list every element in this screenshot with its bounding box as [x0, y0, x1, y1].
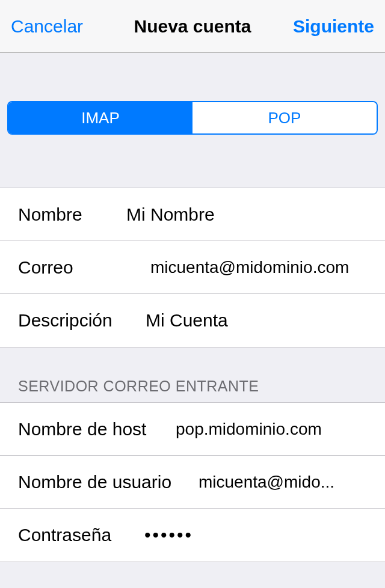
email-row[interactable]: Correo micuenta@midominio.com	[0, 241, 385, 294]
name-label: Nombre	[18, 204, 126, 225]
account-info-group: Nombre Mi Nombre Correo micuenta@midomin…	[0, 188, 385, 348]
username-row[interactable]: Nombre de usuario micuenta@mido...	[0, 456, 385, 509]
segment-imap[interactable]: IMAP	[8, 102, 192, 133]
name-field[interactable]: Mi Nombre	[126, 204, 367, 225]
cancel-button[interactable]: Cancelar	[11, 16, 83, 37]
name-row[interactable]: Nombre Mi Nombre	[0, 188, 385, 241]
username-label: Nombre de usuario	[18, 472, 199, 492]
password-row[interactable]: Contraseña ••••••	[0, 509, 385, 562]
spacer	[0, 53, 385, 101]
username-field[interactable]: micuenta@mido...	[199, 473, 367, 492]
host-field[interactable]: pop.midominio.com	[176, 420, 367, 439]
password-label: Contraseña	[18, 525, 144, 545]
host-row[interactable]: Nombre de host pop.midominio.com	[0, 403, 385, 456]
spacer	[0, 135, 385, 188]
email-field[interactable]: micuenta@midominio.com	[150, 258, 367, 277]
protocol-segmented-control: IMAP POP	[7, 101, 378, 135]
next-button[interactable]: Siguiente	[293, 16, 374, 37]
description-row[interactable]: Descripción Mi Cuenta	[0, 294, 385, 347]
page-title: Nueva cuenta	[134, 16, 251, 37]
incoming-server-header: SERVIDOR CORREO ENTRANTE	[0, 348, 385, 402]
description-label: Descripción	[18, 310, 146, 331]
password-field[interactable]: ••••••	[144, 525, 367, 545]
host-label: Nombre de host	[18, 419, 176, 439]
segment-pop[interactable]: POP	[192, 102, 377, 133]
navbar: Cancelar Nueva cuenta Siguiente	[0, 0, 385, 53]
incoming-server-group: Nombre de host pop.midominio.com Nombre …	[0, 402, 385, 562]
description-field[interactable]: Mi Cuenta	[146, 310, 367, 331]
email-label: Correo	[18, 257, 150, 278]
